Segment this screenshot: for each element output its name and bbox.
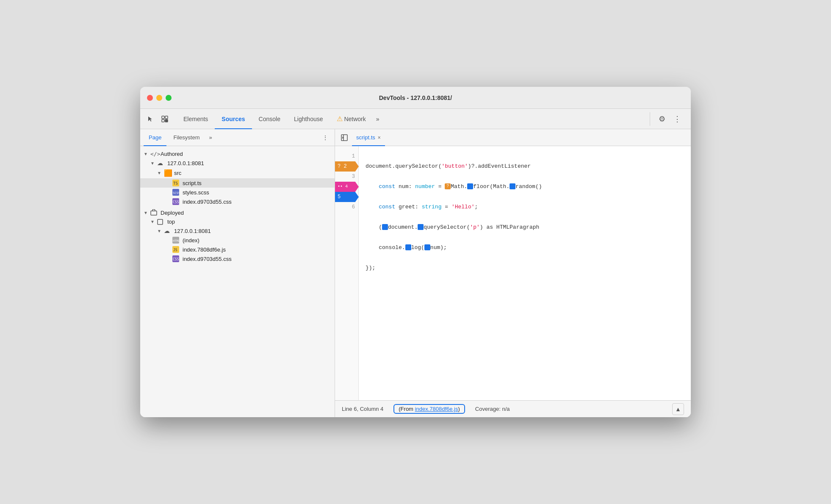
more-icon[interactable]: ⋮ bbox=[670, 112, 684, 126]
tree-label: Authored bbox=[161, 151, 183, 157]
svg-text:TS: TS bbox=[173, 181, 178, 186]
coverage-info: Coverage: n/a bbox=[475, 406, 510, 412]
line-num-4: •• 4 bbox=[335, 182, 358, 192]
tree-item-styles-scss[interactable]: ▶ SCSS styles.scss bbox=[140, 188, 335, 197]
svg-text:HTML: HTML bbox=[173, 239, 179, 243]
tree-item-server1[interactable]: ▼ ☁ 127.0.0.1:8081 bbox=[140, 158, 335, 168]
code-line-4: (document.querySelector('p') as HTMLPara… bbox=[366, 222, 684, 233]
svg-rect-0 bbox=[162, 116, 164, 119]
tab-console[interactable]: Console bbox=[252, 109, 287, 129]
inspector-icon[interactable] bbox=[158, 112, 172, 126]
titlebar: DevTools - 127.0.0.1:8081/ bbox=[140, 87, 691, 109]
editor-tab-script-ts[interactable]: script.ts × bbox=[352, 130, 385, 146]
code-line-2: const num: number = ?Math.floor(Math.ran… bbox=[366, 182, 684, 192]
tree-item-authored[interactable]: ▼ </> Authored bbox=[140, 150, 335, 158]
js-file-icon: JS bbox=[172, 246, 181, 253]
devtools-window: DevTools - 127.0.0.1:8081/ Elements Sour… bbox=[140, 87, 691, 417]
deployed-icon bbox=[150, 209, 159, 216]
svg-rect-10 bbox=[151, 211, 157, 215]
main-toolbar: Elements Sources Console Lighthouse ⚠ Ne… bbox=[140, 109, 691, 129]
code-area: 1 ? 2 3 •• 4 bbox=[335, 146, 691, 400]
tree-label: 127.0.0.1:8081 bbox=[174, 228, 211, 234]
folder-icon: 🟧 bbox=[164, 169, 172, 177]
tab-elements[interactable]: Elements bbox=[177, 109, 215, 129]
svg-text:SCSS: SCSS bbox=[173, 191, 179, 195]
css-file-icon: CSS bbox=[172, 198, 181, 205]
window-title: DevTools - 127.0.0.1:8081/ bbox=[379, 94, 452, 101]
tree-item-index-css1[interactable]: ▶ CSS index.d9703d55.css bbox=[140, 197, 335, 206]
status-bar: Line 6, Column 4 (From index.7808df6e.js… bbox=[335, 400, 691, 417]
tree-label: src bbox=[174, 170, 181, 176]
sub-toolbar: Page Filesystem » ⋮ bbox=[140, 129, 335, 146]
tree-item-index-css2[interactable]: ▶ CSS index.d9703d55.css bbox=[140, 254, 335, 263]
sub-tab-page[interactable]: Page bbox=[144, 130, 166, 146]
css-file-icon2: CSS bbox=[172, 255, 181, 262]
line-num-5: 5 bbox=[335, 192, 358, 202]
line-num-3: 3 bbox=[335, 172, 358, 182]
minimize-button[interactable] bbox=[156, 95, 162, 101]
source-prefix: (From bbox=[399, 406, 415, 412]
breakpoint-dot-badge[interactable]: •• 4 bbox=[335, 182, 359, 192]
svg-text:CSS: CSS bbox=[173, 200, 179, 204]
code-content[interactable]: document.querySelector('button')?.addEve… bbox=[359, 146, 691, 400]
breakpoint-blue-badge[interactable]: 5 bbox=[335, 192, 359, 202]
editor-tab-close[interactable]: × bbox=[378, 135, 381, 141]
tree-label: index.7808df6e.js bbox=[183, 246, 226, 253]
tab-sources[interactable]: Sources bbox=[215, 109, 252, 129]
tree-item-top[interactable]: ▼ top bbox=[140, 217, 335, 226]
source-link[interactable]: index.7808df6e.js bbox=[415, 406, 458, 412]
tree-label: (index) bbox=[183, 237, 199, 244]
tree-item-server2[interactable]: ▼ ☁ 127.0.0.1:8081 bbox=[140, 226, 335, 235]
tree-item-index-html[interactable]: ▶ HTML (index) bbox=[140, 235, 335, 245]
sub-tab-more[interactable]: » bbox=[207, 134, 215, 141]
tree-item-index-js[interactable]: ▶ JS index.7808df6e.js bbox=[140, 245, 335, 254]
svg-rect-1 bbox=[165, 116, 168, 119]
tab-lighthouse[interactable]: Lighthouse bbox=[287, 109, 330, 129]
right-panel: script.ts × 1 ? 2 bbox=[335, 129, 691, 417]
top-icon bbox=[157, 219, 166, 225]
line-num-2: ? 2 bbox=[335, 161, 358, 172]
show-navigator-icon[interactable] bbox=[338, 132, 350, 144]
code-line-5: console.log(num); bbox=[366, 243, 684, 253]
sub-tab-filesystem[interactable]: Filesystem bbox=[168, 130, 205, 146]
sub-toolbar-right: ⋮ bbox=[319, 132, 331, 144]
line-num-6: 6 bbox=[335, 202, 358, 212]
panel-options-icon[interactable]: ⋮ bbox=[319, 132, 331, 144]
svg-rect-3 bbox=[165, 119, 168, 122]
svg-text:CSS: CSS bbox=[173, 258, 179, 261]
ts-file-icon: TS bbox=[172, 180, 181, 186]
code-line-3: const greet: string = 'Hello'; bbox=[366, 202, 684, 212]
tree-arrow: ▼ bbox=[150, 161, 157, 166]
cursor-icon[interactable] bbox=[144, 112, 157, 126]
tree-label: Deployed bbox=[161, 210, 184, 216]
tree-item-src[interactable]: ▼ 🟧 src bbox=[140, 168, 335, 178]
breakpoint-question-badge[interactable]: ? 2 bbox=[335, 161, 359, 172]
tree-label: 127.0.0.1:8081 bbox=[167, 160, 204, 166]
cursor-position: Line 6, Column 4 bbox=[342, 406, 383, 412]
source-suffix: ) bbox=[458, 406, 460, 412]
coverage-icon-btn[interactable]: ▲ bbox=[672, 403, 684, 415]
tab-more[interactable]: » bbox=[373, 109, 383, 129]
tree-label: styles.scss bbox=[183, 189, 209, 196]
settings-icon[interactable]: ⚙ bbox=[655, 112, 669, 126]
code-icon: </> bbox=[150, 151, 159, 157]
cloud-icon: ☁ bbox=[157, 160, 166, 166]
close-button[interactable] bbox=[147, 95, 153, 101]
network-warning-icon: ⚠ bbox=[337, 115, 343, 123]
tree-item-deployed[interactable]: ▼ Deployed bbox=[140, 208, 335, 217]
svg-rect-2 bbox=[162, 119, 164, 122]
svg-rect-18 bbox=[341, 135, 347, 141]
file-tree: ▼ </> Authored ▼ ☁ 127.0.0.1:8081 ▼ 🟧 sr… bbox=[140, 146, 335, 417]
line-num-1: 1 bbox=[335, 151, 358, 161]
tree-arrow: ▼ bbox=[150, 219, 157, 224]
toolbar-right: ⚙ ⋮ bbox=[650, 112, 687, 126]
tree-item-script-ts[interactable]: ▶ TS script.ts bbox=[140, 178, 335, 188]
left-panel: Page Filesystem » ⋮ ▼ </> Authored bbox=[140, 129, 335, 417]
cloud-icon: ☁ bbox=[164, 227, 172, 234]
tree-arrow: ▼ bbox=[157, 171, 164, 175]
svg-text:JS: JS bbox=[173, 248, 177, 252]
html-file-icon: HTML bbox=[172, 237, 181, 244]
tab-network[interactable]: ⚠ Network bbox=[330, 109, 373, 129]
tree-arrow: ▼ bbox=[144, 152, 150, 156]
maximize-button[interactable] bbox=[166, 95, 172, 101]
